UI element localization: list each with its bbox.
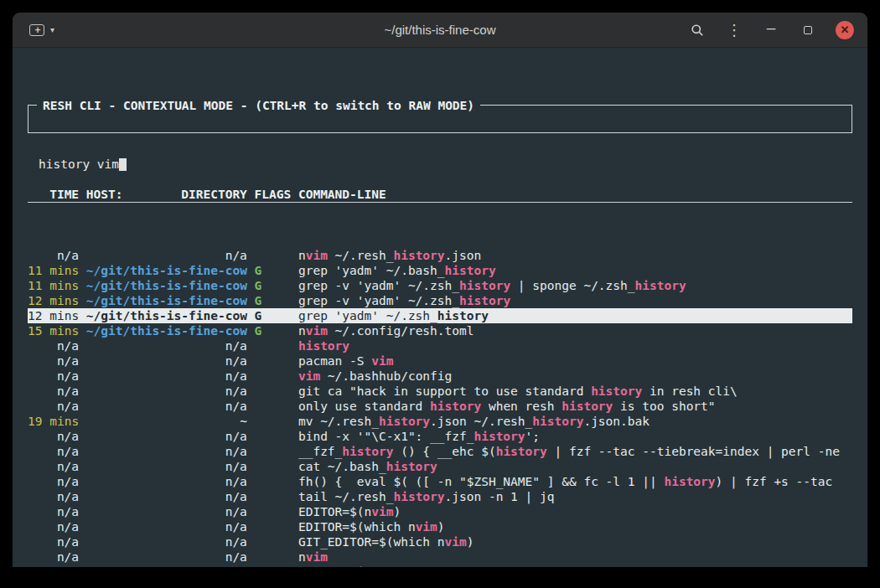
entry-time: n/a: [28, 489, 79, 504]
history-row[interactable]: 12 mins~/git/this-is-fine-cowGgrep -v 'y…: [28, 293, 852, 308]
search-query-text: history vim: [39, 157, 119, 171]
entry-command: nvim ~/.resh_history.json: [298, 248, 852, 263]
entry-time: 11 mins: [28, 263, 79, 278]
entry-flags: [255, 504, 292, 519]
entry-directory: ~: [86, 414, 247, 429]
history-row[interactable]: n/an/a__fzf_history () { __ehc $(history…: [28, 444, 852, 459]
entry-directory: n/a: [86, 459, 247, 474]
new-tab-button[interactable]: + ▾: [24, 21, 60, 39]
entry-time: n/a: [28, 549, 79, 565]
history-row[interactable]: n/an/awhich nvim: [28, 565, 852, 567]
entry-directory: ~/git/this-is-fine-cow: [86, 278, 247, 293]
entry-command: EDITOR=$(nvim): [298, 504, 852, 519]
entry-time: 12 mins: [28, 308, 79, 323]
entry-directory: n/a: [86, 519, 247, 534]
new-tab-icon: +: [29, 24, 44, 36]
entry-command: EDITOR=$(which nvim): [298, 519, 852, 534]
text-cursor: [119, 158, 127, 171]
history-table-body: n/an/anvim ~/.resh_history.json11 mins~/…: [28, 248, 852, 567]
history-row[interactable]: n/an/avim ~/.bashhub/config: [28, 369, 852, 384]
entry-command: __fzf_history () { __ehc $(history | fzf…: [298, 444, 852, 459]
chevron-down-icon: ▾: [50, 25, 54, 34]
menu-kebab-icon[interactable]: ⋮: [725, 21, 743, 39]
entry-flags: [255, 384, 292, 399]
entry-directory: n/a: [86, 504, 247, 519]
entry-time: 19 mins: [28, 414, 79, 429]
history-row[interactable]: n/an/abind -x '"\C-x1": __fzf_history';: [28, 429, 852, 444]
history-row[interactable]: n/an/apacman -S vim: [28, 353, 852, 369]
entry-flags: [255, 519, 292, 534]
history-row-selected[interactable]: 12 mins~/git/this-is-fine-cowGgrep 'yadm…: [28, 308, 852, 323]
minimize-button[interactable]: –: [762, 21, 780, 39]
entry-flags: [255, 414, 292, 429]
history-row[interactable]: n/an/aGIT_EDITOR=$(which nvim): [28, 534, 852, 549]
entry-time: n/a: [28, 444, 79, 459]
entry-time: n/a: [28, 565, 79, 567]
history-row[interactable]: n/an/afh() { eval $( ([ -n "$ZSH_NAME" ]…: [28, 474, 852, 489]
entry-directory: n/a: [86, 384, 247, 399]
entry-directory: ~/git/this-is-fine-cow: [86, 293, 247, 308]
search-input[interactable]: history vim: [28, 151, 852, 172]
entry-flags: G: [255, 323, 292, 338]
entry-time: n/a: [28, 338, 79, 353]
entry-time: n/a: [28, 519, 79, 534]
entry-flags: [255, 338, 292, 353]
history-row[interactable]: 15 mins~/git/this-is-fine-cowGnvim ~/.co…: [28, 323, 852, 338]
close-button[interactable]: ✕: [836, 21, 854, 39]
entry-command: grep 'yadm' ~/.bash_history: [298, 263, 852, 278]
entry-directory: n/a: [86, 399, 247, 414]
history-row[interactable]: n/an/ahistory: [28, 338, 852, 353]
plus-glyph: +: [30, 23, 45, 38]
terminal-content: RESH CLI - CONTEXTUAL MODE - (CTRL+R to …: [13, 48, 867, 567]
entry-command: history: [298, 338, 852, 353]
history-row[interactable]: n/an/anvim ~/.resh_history.json: [28, 248, 852, 263]
history-row[interactable]: 19 mins~mv ~/.resh_history.json ~/.resh_…: [28, 414, 852, 429]
entry-flags: [255, 353, 292, 369]
entry-flags: [255, 549, 292, 565]
entry-command: cat ~/.bash_history: [298, 459, 852, 474]
entry-flags: [255, 369, 292, 384]
search-icon[interactable]: [688, 21, 707, 39]
entry-time: n/a: [28, 248, 79, 263]
entry-command: tail ~/.resh_history.json -n 1 | jq: [298, 489, 852, 504]
entry-flags: [255, 429, 292, 444]
entry-flags: [255, 444, 292, 459]
history-row[interactable]: n/an/acat ~/.bash_history: [28, 459, 852, 474]
entry-flags: [255, 534, 292, 549]
entry-command: pacman -S vim: [298, 353, 852, 369]
entry-time: 11 mins: [28, 278, 79, 293]
resh-mode-title: RESH CLI - CONTEXTUAL MODE - (CTRL+R to …: [37, 98, 480, 113]
resh-search-panel: RESH CLI - CONTEXTUAL MODE - (CTRL+R to …: [28, 105, 852, 133]
entry-time: n/a: [28, 369, 79, 384]
history-row[interactable]: n/an/aEDITOR=$(nvim): [28, 504, 852, 519]
entry-time: n/a: [28, 534, 79, 549]
entry-directory: n/a: [86, 369, 247, 384]
titlebar[interactable]: + ▾ ~/git/this-is-fine-cow ⋮ – ✕: [13, 13, 867, 48]
history-row[interactable]: n/an/anvim: [28, 549, 852, 565]
history-row[interactable]: 11 mins~/git/this-is-fine-cowGgrep 'yadm…: [28, 263, 852, 278]
entry-time: n/a: [28, 429, 79, 444]
history-row[interactable]: n/an/aEDITOR=$(which nvim): [28, 519, 852, 534]
entry-time: n/a: [28, 474, 79, 489]
entry-directory: ~/git/this-is-fine-cow: [86, 263, 247, 278]
history-row[interactable]: n/an/aonly use standard history when res…: [28, 399, 852, 414]
restore-button[interactable]: [799, 21, 817, 39]
entry-directory: n/a: [86, 248, 247, 263]
entry-command: nvim ~/.config/resh.toml: [298, 323, 852, 338]
entry-command: nvim: [298, 549, 852, 565]
entry-directory: n/a: [86, 565, 247, 567]
entry-directory: n/a: [86, 534, 247, 549]
history-row[interactable]: n/an/agit ca "hack in support to use sta…: [28, 384, 852, 399]
history-row[interactable]: n/an/atail ~/.resh_history.json -n 1 | j…: [28, 489, 852, 504]
entry-command: grep -v 'yadm' ~/.zsh_history | sponge ~…: [298, 278, 852, 293]
entry-flags: G: [255, 263, 292, 278]
entry-flags: G: [255, 308, 292, 323]
entry-flags: [255, 565, 292, 567]
entry-command: mv ~/.resh_history.json ~/.resh_history.…: [298, 414, 852, 429]
entry-flags: G: [255, 278, 292, 293]
history-row[interactable]: 11 mins~/git/this-is-fine-cowGgrep -v 'y…: [28, 278, 852, 293]
entry-time: 12 mins: [28, 293, 79, 308]
entry-directory: n/a: [86, 338, 247, 353]
entry-time: n/a: [28, 459, 79, 474]
entry-command: grep -v 'yadm' ~/.zsh_history: [298, 293, 852, 308]
